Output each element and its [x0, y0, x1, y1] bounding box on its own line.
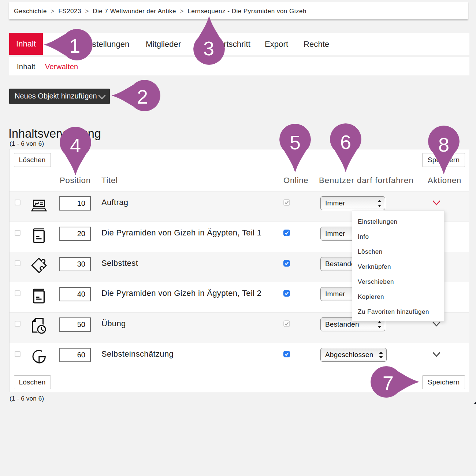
svg-text:7: 7	[383, 372, 394, 394]
svg-text:4: 4	[70, 134, 81, 156]
svg-text:2: 2	[137, 86, 148, 108]
svg-text:1: 1	[69, 35, 80, 57]
svg-text:5: 5	[289, 131, 300, 153]
svg-text:8: 8	[438, 134, 449, 156]
svg-text:3: 3	[203, 37, 214, 59]
svg-text:6: 6	[340, 131, 351, 153]
